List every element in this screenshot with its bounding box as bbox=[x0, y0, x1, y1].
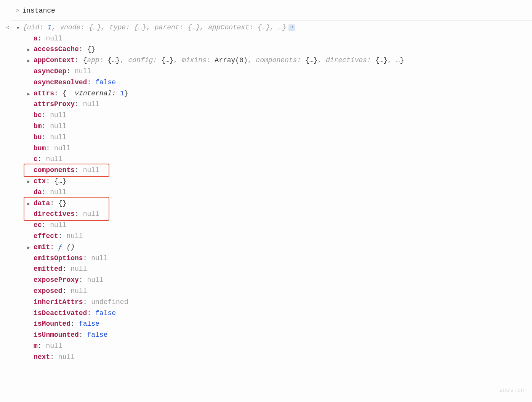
object-properties: a: null▶accessCache: {}▶appContext: {app… bbox=[4, 33, 532, 363]
property-isDeactivated: isDeactivated: false bbox=[34, 308, 532, 319]
expand-arrow-down-icon[interactable]: ▼ bbox=[15, 25, 21, 32]
property-directives: directives: null bbox=[34, 209, 532, 220]
property-da: da: null bbox=[34, 187, 532, 198]
info-icon[interactable]: i bbox=[288, 24, 295, 31]
expand-arrow-right-icon[interactable]: ▶ bbox=[26, 201, 31, 208]
expand-arrow-right-icon[interactable]: ▶ bbox=[26, 244, 31, 252]
property-isMounted: isMounted: false bbox=[34, 318, 532, 330]
property-isUnmounted: isUnmounted: false bbox=[34, 330, 532, 341]
console-input-line: > instance bbox=[11, 4, 532, 21]
property-exposed: exposed: null bbox=[34, 286, 532, 297]
property-a: a: null bbox=[34, 33, 532, 44]
property-components: components: null bbox=[34, 165, 532, 176]
property-data[interactable]: ▶data: {} bbox=[34, 198, 532, 209]
property-next: next: null bbox=[34, 352, 532, 363]
property-exposeProxy: exposeProxy: null bbox=[34, 275, 532, 286]
property-inheritAttrs: inheritAttrs: undefined bbox=[34, 297, 532, 308]
property-c: c: null bbox=[34, 154, 532, 165]
property-attrsProxy: attrsProxy: null bbox=[34, 99, 532, 110]
output-indicator-icon: <· bbox=[4, 22, 15, 32]
property-emit[interactable]: ▶emit: ƒ () bbox=[34, 242, 532, 253]
expand-arrow-right-icon[interactable]: ▶ bbox=[26, 47, 31, 54]
expand-arrow-right-icon[interactable]: ▶ bbox=[26, 91, 31, 98]
console-input-text: instance bbox=[22, 5, 55, 16]
property-bum: bum: null bbox=[34, 143, 532, 154]
prompt-icon: > bbox=[16, 6, 19, 15]
property-asyncResolved: asyncResolved: false bbox=[34, 77, 532, 88]
property-m: m: null bbox=[34, 341, 532, 352]
property-bc: bc: null bbox=[34, 110, 532, 121]
expand-arrow-right-icon[interactable]: ▶ bbox=[26, 58, 31, 65]
property-attrs[interactable]: ▶attrs: {__vInternal: 1} bbox=[34, 88, 532, 99]
property-bu: bu: null bbox=[34, 132, 532, 143]
property-emitted: emitted: null bbox=[34, 264, 532, 275]
property-bm: bm: null bbox=[34, 121, 532, 132]
property-appContext[interactable]: ▶appContext: {app: {…}, config: {…}, mix… bbox=[34, 55, 532, 66]
expand-arrow-right-icon[interactable]: ▶ bbox=[26, 178, 31, 186]
property-asyncDep: asyncDep: null bbox=[34, 66, 532, 77]
property-ctx[interactable]: ▶ctx: {…} bbox=[34, 176, 532, 187]
property-ec: ec: null bbox=[34, 220, 532, 231]
property-emitsOptions: emitsOptions: null bbox=[34, 253, 532, 264]
console-output: <· ▼ {uid: 1, vnode: {…}, type: {…}, par… bbox=[0, 22, 532, 363]
property-accessCache[interactable]: ▶accessCache: {} bbox=[34, 44, 532, 55]
property-effect: effect: null bbox=[34, 231, 532, 242]
object-summary-line[interactable]: <· ▼ {uid: 1, vnode: {…}, type: {…}, par… bbox=[4, 22, 532, 33]
